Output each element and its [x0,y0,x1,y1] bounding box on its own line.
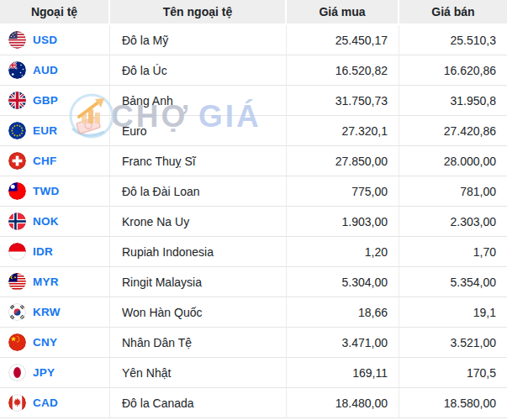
gbp-flag-icon [8,92,26,109]
currency-code-link[interactable]: TWD [33,185,60,197]
rates-table-body: USD Đô la Mỹ 25.450,17 25.510,3 AUD Đô l… [0,25,507,418]
table-row: TWD Đô la Đài Loan 775,00 781,00 [0,176,507,207]
exchange-rate-table: Ngoại tệ Tên ngoại tệ Giá mua Giá bán US… [0,0,507,418]
buy-price: 169,11 [287,358,399,388]
cny-flag-icon [8,333,26,351]
currency-code-link[interactable]: USD [33,34,57,46]
currency-code-link[interactable]: AUD [33,64,58,76]
header-sell-price: Giá bán [399,0,507,25]
twd-flag-icon [8,182,26,200]
currency-code-link[interactable]: JPY [33,366,55,379]
table-row: CHF Franc Thuỵ Sĩ 27.850,00 28.000,00 [0,146,507,176]
buy-price: 16.520,82 [287,55,399,86]
currency-name: Franc Thuỵ Sĩ [110,146,287,176]
myr-flag-icon [8,273,26,291]
currency-name: Rupiah Indonesia [110,237,287,267]
currency-code-link[interactable]: CHF [33,155,57,167]
sell-price: 28.000,00 [399,146,507,176]
table-row: EUR Euro 27.320,1 27.420,86 [0,116,507,146]
exchange-rate-page: Ngoại tệ Tên ngoại tệ Giá mua Giá bán US… [0,0,507,420]
currency-code-link[interactable]: KRW [33,306,61,318]
currency-name: Krone Na Uy [110,207,287,237]
sell-price: 170,5 [399,358,507,388]
table-row: CNY Nhân Dân Tệ 3.471,00 3.521,00 [0,328,507,358]
table-row: AUD Đô la Úc 16.520,82 16.620,86 [0,55,507,86]
nok-flag-icon [8,213,26,230]
currency-code-link[interactable]: MYR [33,276,59,288]
header-currency-name: Tên ngoại tệ [110,0,287,25]
currency-code-link[interactable]: CNY [33,336,57,349]
sell-price: 18.580,00 [399,388,507,418]
buy-price: 5.304,00 [287,267,399,297]
sell-price: 27.420,86 [399,116,507,146]
table-row: KRW Won Hàn Quốc 18,66 19,1 [0,297,507,328]
sell-price: 2.303,00 [399,207,507,237]
buy-price: 18,66 [287,297,399,328]
sell-price: 31.950,8 [399,86,507,116]
currency-code-link[interactable]: NOK [33,215,59,228]
table-row: IDR Rupiah Indonesia 1,20 1,70 [0,237,507,267]
currency-code-link[interactable]: CAD [33,396,58,409]
table-row: NOK Krone Na Uy 1.903,00 2.303,00 [0,207,507,237]
krw-flag-icon [8,303,26,321]
table-row: JPY Yên Nhật 169,11 170,5 [0,358,507,388]
header-currency: Ngoại tệ [0,0,110,25]
buy-price: 775,00 [287,176,399,207]
currency-name: Nhân Dân Tệ [110,328,287,358]
aud-flag-icon [8,61,26,79]
sell-price: 781,00 [399,176,507,207]
chf-flag-icon [8,152,26,170]
currency-code-link[interactable]: IDR [33,245,53,258]
currency-name: Đô la Đài Loan [110,176,287,207]
currency-name: Bảng Anh [110,86,287,116]
currency-name: Đô la Mỹ [110,25,287,55]
sell-price: 19,1 [399,297,507,328]
currency-name: Won Hàn Quốc [110,297,287,328]
table-header-row: Ngoại tệ Tên ngoại tệ Giá mua Giá bán [0,0,507,25]
table-row: USD Đô la Mỹ 25.450,17 25.510,3 [0,25,507,55]
usd-flag-icon [8,31,26,49]
buy-price: 1.903,00 [287,207,399,237]
idr-flag-icon [8,243,26,260]
table-row: GBP Bảng Anh 31.750,73 31.950,8 [0,86,507,116]
buy-price: 27.850,00 [287,146,399,176]
header-buy-price: Giá mua [287,0,399,25]
buy-price: 25.450,17 [287,25,399,55]
currency-code-link[interactable]: EUR [33,124,57,137]
table-row: CAD Đô la Canada 18.480,00 18.580,00 [0,388,507,418]
sell-price: 3.521,00 [399,328,507,358]
currency-name: Đô la Canada [110,388,287,418]
buy-price: 31.750,73 [287,86,399,116]
sell-price: 25.510,3 [399,25,507,55]
currency-name: Ringit Malaysia [110,267,287,297]
sell-price: 1,70 [399,237,507,267]
cad-flag-icon [8,394,26,412]
currency-name: Euro [110,116,287,146]
currency-name: Đô la Úc [110,55,287,86]
buy-price: 27.320,1 [287,116,399,146]
table-row: MYR Ringit Malaysia 5.304,00 5.354,00 [0,267,507,297]
currency-code-link[interactable]: GBP [33,94,58,107]
currency-name: Yên Nhật [110,358,287,388]
sell-price: 5.354,00 [399,267,507,297]
buy-price: 1,20 [287,237,399,267]
buy-price: 3.471,00 [287,328,399,358]
buy-price: 18.480,00 [287,388,399,418]
sell-price: 16.620,86 [399,55,507,86]
eur-flag-icon [8,122,26,139]
jpy-flag-icon [8,364,26,381]
